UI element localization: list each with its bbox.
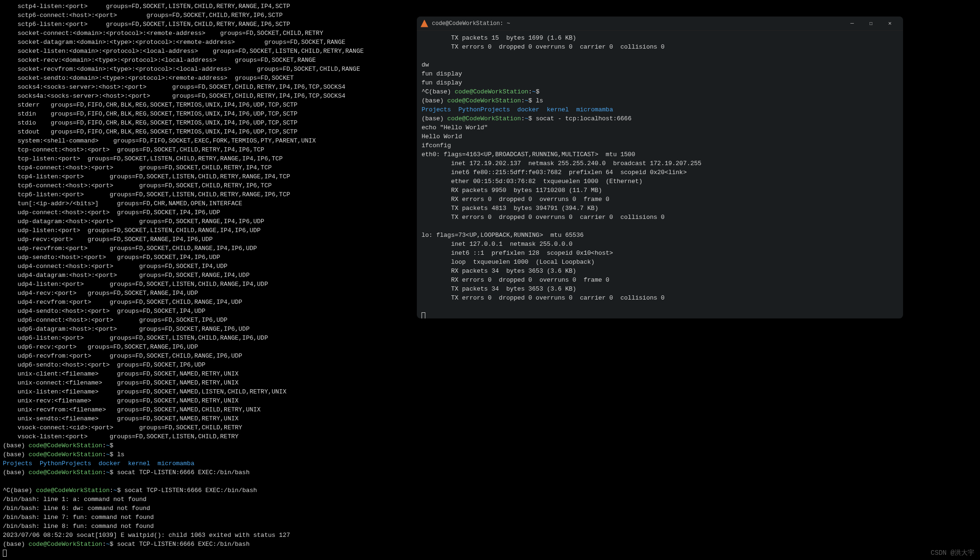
prompt-line: (base) code@CodeWorkStation:~$ ls	[422, 97, 543, 104]
prompt-line: (base) code@CodeWorkStation:~$	[3, 442, 113, 449]
watermark: CSDN @洪大宇	[931, 549, 974, 557]
prompt-line: ^C(base) code@CodeWorkStation:~$ socat T…	[3, 487, 257, 494]
prompt-line: (base) code@CodeWorkStation:~$ socat TCP…	[3, 469, 250, 476]
cursor	[3, 550, 7, 557]
prompt-line: ^C(base) code@CodeWorkStation:~$	[422, 88, 540, 95]
terminal-output: TX packets 15 bytes 1699 (1.6 KB) TX err…	[422, 34, 665, 86]
close-button[interactable]: ✕	[880, 17, 899, 30]
error-output: /bin/bash: line 1: a: command not found …	[3, 496, 290, 539]
minimize-button[interactable]: —	[843, 17, 862, 30]
window-title: code@CodeWorkStation: ~	[432, 20, 843, 27]
ls-output: Projects PythonProjects docker kernel mi…	[422, 106, 613, 113]
ls-output: Projects PythonProjects docker kernel mi…	[3, 460, 194, 467]
prompt-line: (base) code@CodeWorkStation:~$ socat TCP…	[3, 541, 250, 548]
prompt-line: (base) code@CodeWorkStation:~$ ls	[3, 451, 124, 458]
titlebar[interactable]: code@CodeWorkStation: ~ — ☐ ✕	[417, 17, 903, 31]
secondary-terminal[interactable]: TX packets 15 bytes 1699 (1.6 KB) TX err…	[417, 31, 903, 318]
prompt-line: (base) code@CodeWorkStation:~$ socat - t…	[422, 115, 632, 122]
terminal-output: sctp4-listen:<port> groups=FD,SOCKET,LIS…	[3, 3, 364, 440]
terminal-output: echo "Hello World" Hello World ifconfig …	[422, 124, 701, 301]
app-icon	[421, 20, 428, 27]
secondary-terminal-window: code@CodeWorkStation: ~ — ☐ ✕ TX packets…	[417, 17, 903, 318]
maximize-button[interactable]: ☐	[862, 17, 880, 30]
cursor	[422, 312, 425, 318]
